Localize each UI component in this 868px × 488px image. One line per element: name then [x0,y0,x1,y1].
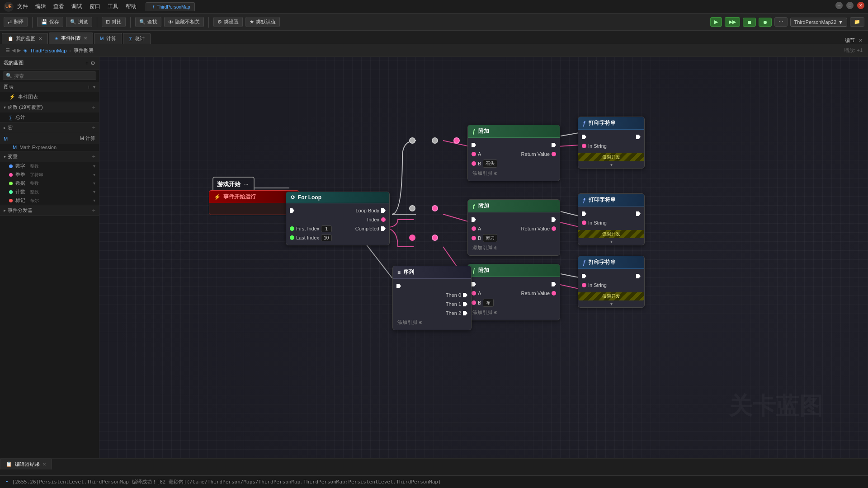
play-step-button[interactable]: ▶▶ [725,17,740,27]
tab-total[interactable]: ∑ 总计 [123,33,151,44]
print-3-expand[interactable]: ▾ [578,300,644,307]
browse-button[interactable]: 🔍 浏览 [66,17,92,27]
map-selector[interactable]: ThirdPersonMap22 ▼ [790,18,847,27]
tab-close-my-blueprint[interactable]: ✕ [38,36,42,41]
save-button[interactable]: 💾 保存 [37,17,63,27]
print-2-exec-out[interactable] [636,211,641,216]
reroute-node-5[interactable] [432,205,438,211]
append-2-exec-in[interactable] [472,217,476,222]
add-graph-btn[interactable]: + [87,84,90,90]
seq-then2-pin[interactable] [463,311,467,315]
print-2-expand[interactable]: ▾ [578,238,644,245]
add-event-btn[interactable]: + [92,207,95,214]
var-row-data[interactable]: 数据 整数 ▾ [0,179,99,188]
breadcrumb-root[interactable]: ThirdPersonMap [30,48,66,53]
print-3-exec-out[interactable] [636,274,641,278]
stop-button[interactable]: ⏹ [743,18,756,27]
tab-event-graph[interactable]: ◈ 事件图表 ✕ [49,33,93,44]
print-1-expand[interactable]: ▾ [578,161,644,168]
var-row-fist[interactable]: 拳拳 字符串 ▾ [0,170,99,179]
append-1-return-pin[interactable] [552,152,556,156]
defaults-button[interactable]: ★ 类默认值 [245,17,280,27]
menu-debug[interactable]: 调试 [71,3,82,10]
sidebar-settings-btn[interactable]: ⚙ [90,60,95,66]
tab-close-right[interactable]: ✕ [859,38,863,43]
append-3-add-pin[interactable]: 添加引脚 ⊕ [468,308,560,317]
print-node-1[interactable]: ƒ 打印字符串 In String 仅限开发 ▾ [578,117,645,169]
add-function-btn[interactable]: + [92,104,95,111]
first-index-pin[interactable] [290,226,294,231]
menu-tools[interactable]: 工具 [108,3,118,10]
index-out-pin[interactable] [381,217,386,222]
maximize-button[interactable]: □ [846,2,854,9]
print-node-3[interactable]: ƒ 打印字符串 In String 仅限开发 ▾ [578,256,645,308]
print-1-exec-in[interactable] [582,135,586,139]
tab-close-event-graph[interactable]: ✕ [84,36,87,41]
append-2-b-pin[interactable] [472,236,476,240]
sidebar-add-btn[interactable]: + [85,60,89,66]
for-loop-body-pin[interactable] [381,208,386,213]
log-tab-close[interactable]: ✕ [42,462,46,467]
append-3-exec-out[interactable] [552,282,556,286]
hide-unrelated-button[interactable]: 👁 隐藏不相关 [164,17,204,27]
print-1-in-pin[interactable] [582,144,586,148]
seq-then1-pin[interactable] [463,302,467,306]
translate-button[interactable]: ⇄ 翻译 [4,17,28,27]
reroute-node-7[interactable] [453,137,460,144]
append-2-exec-out[interactable] [552,217,556,222]
sidebar-graphs-header[interactable]: 图表 + ▾ [0,82,99,92]
search-input[interactable] [14,73,93,79]
nav-forward-button[interactable]: ▶ [17,47,21,53]
game-start-node[interactable]: 游戏开始 ··· [212,177,255,192]
reroute-node-6[interactable] [432,235,438,241]
append-3-exec-in[interactable] [472,282,476,286]
append-1-a-pin[interactable] [472,152,476,156]
sidebar-events-header[interactable]: ▸ 事件分发器 + [0,205,99,216]
append-3-b-pin[interactable] [472,300,476,305]
reroute-node-2[interactable] [409,205,415,211]
sidebar-item-total[interactable]: ∑ 总计 [0,113,99,122]
append-node-3[interactable]: ƒ 附加 A Return Value [467,264,560,320]
seq-then0-pin[interactable] [463,293,467,297]
sidebar-item-math-expression[interactable]: M Math Expression [0,144,99,151]
print-1-exec-out[interactable] [636,135,641,139]
seq-add-pin[interactable]: 添加引脚 ⊕ [393,318,471,327]
for-loop-completed-pin[interactable] [381,226,386,231]
append-2-return-pin[interactable] [552,226,556,231]
more-options-button[interactable]: ⋯ [774,17,788,27]
nav-back-button[interactable]: ◀ [12,47,15,53]
title-tab[interactable]: ƒ ThirdPersonMap [146,2,195,11]
sidebar-item-event-graph[interactable]: ⚡ 事件图表 [0,92,99,102]
menu-help[interactable]: 帮助 [126,3,137,10]
add-macro-btn[interactable]: + [92,124,95,131]
append-2-add-pin[interactable]: 添加引脚 ⊕ [468,243,560,253]
close-button[interactable]: ✕ [857,2,864,9]
append-1-exec-in[interactable] [472,143,476,147]
append-3-a-pin[interactable] [472,291,476,296]
sidebar-macros-header[interactable]: ▸ 宏 + [0,122,99,133]
print-3-exec-in[interactable] [582,274,586,278]
nav-list-icon[interactable]: ☰ [5,47,10,53]
tab-compute[interactable]: M 计算 [94,33,122,44]
append-1-b-pin[interactable] [472,161,476,166]
seq-exec-in[interactable] [396,284,401,288]
append-node-2[interactable]: ƒ 附加 A Return Value [467,199,560,256]
tab-my-blueprint[interactable]: 📋 我的蓝图 ✕ [2,33,48,44]
blueprint-browse-button[interactable]: 📁 [850,17,864,27]
var-row-count[interactable]: 计数 整数 ▾ [0,188,99,196]
compiler-results-tab[interactable]: 📋 编译器结果 ✕ [0,459,52,469]
sidebar-math-header[interactable]: M M 计算 [0,133,99,144]
print-2-exec-in[interactable] [582,211,586,216]
append-1-exec-out[interactable] [552,143,556,147]
print-node-2[interactable]: ƒ 打印字符串 In String 仅限开发 ▾ [578,193,645,245]
reroute-node-1[interactable] [409,137,415,144]
compare-button[interactable]: ⊞ 对比 [102,17,126,27]
append-3-return-pin[interactable] [552,291,556,296]
append-node-1[interactable]: ƒ 附加 A Return Value [467,125,560,181]
sidebar-variables-header[interactable]: ▾ 变量 + [0,151,99,162]
settings-button[interactable]: ⚙ 类设置 [213,17,243,27]
menu-file[interactable]: 文件 [17,3,28,10]
canvas[interactable]: 关卡蓝图 [99,57,868,458]
for-loop-exec-in-pin[interactable] [290,208,294,213]
print-3-in-pin[interactable] [582,283,586,287]
